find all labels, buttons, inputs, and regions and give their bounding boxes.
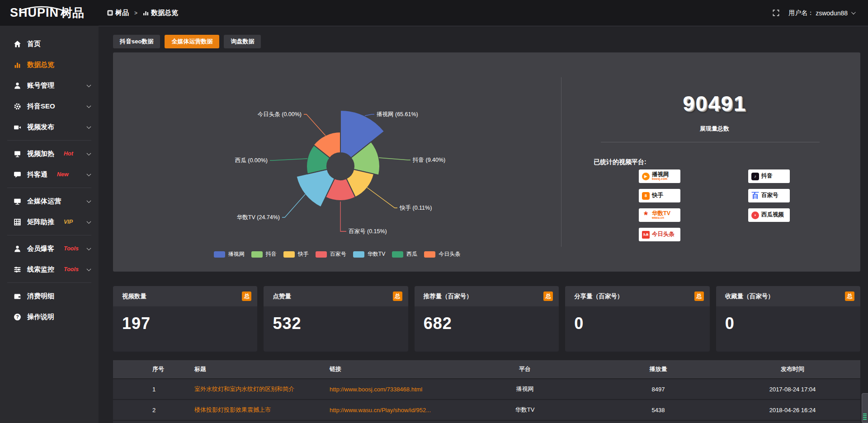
sidebar-divider — [7, 140, 91, 141]
sidebar-item-help[interactable]: ?操作说明 — [0, 306, 99, 327]
video-title-link[interactable]: 楼体投影灯投影效果震撼上市 — [194, 406, 323, 414]
pie-slice-华数TV[interactable] — [297, 169, 335, 207]
douyin-logo-icon: ♪ — [751, 173, 759, 180]
floating-widget[interactable] — [862, 393, 868, 423]
platform-name: 华数TVwasu.cn — [652, 211, 670, 220]
platform-badge-百家号[interactable]: 百百家号 — [748, 189, 790, 202]
legend-item-百家号[interactable]: 百家号 — [316, 250, 346, 258]
video-url-link[interactable]: http://www.boosj.com/7338468.html — [330, 386, 458, 393]
breadcrumb-item-current[interactable]: 数据总览 — [143, 9, 178, 17]
sidebar-item-wallet[interactable]: 消费明细 — [0, 286, 99, 306]
total-badge[interactable]: 总 — [393, 291, 402, 301]
stat-card-title: 收藏量（百家号） — [725, 292, 774, 301]
platform-name: 抖音 — [761, 173, 773, 179]
breadcrumb: 树品 > 数据总览 — [107, 9, 178, 17]
platform-sub: wasu.cn — [652, 216, 670, 220]
legend-swatch — [424, 251, 435, 258]
legend-item-快手[interactable]: 快手 — [283, 250, 309, 258]
sidebar-item-video[interactable]: 视频发布 — [0, 117, 99, 137]
header-checkbox-cell — [113, 360, 146, 379]
total-badge[interactable]: 总 — [242, 291, 251, 301]
app-logo: SHUPIN 树品 — [0, 5, 99, 21]
vertical-divider — [561, 77, 561, 247]
sidebar-item-grid[interactable]: 矩阵助推VIP — [0, 212, 99, 232]
legend-label: 今日头条 — [439, 250, 460, 258]
sidebar-item-member[interactable]: 会员爆客Tools — [0, 238, 99, 259]
legend-item-抖音[interactable]: 抖音 — [251, 250, 277, 258]
sidebar-divider — [7, 188, 91, 188]
stat-card-3: 分享量（百家号）总0 — [565, 286, 709, 352]
fullscreen-icon[interactable] — [773, 9, 779, 16]
platform-badge-西瓜视频[interactable]: ◗西瓜视频 — [748, 208, 790, 222]
platform-badge-今日头条[interactable]: 头条今日头条 — [639, 228, 680, 241]
tab-2[interactable]: 询盘数据 — [224, 35, 261, 48]
platform-badge-快手[interactable]: 8快手 — [639, 189, 680, 202]
stat-card-value: 682 — [415, 306, 559, 333]
platform-name: 西瓜视频 — [761, 212, 784, 218]
sidebar-item-sliders[interactable]: 线索监控Tools — [0, 259, 99, 280]
platform-badge-播视网[interactable]: ▶播视网boosj.com — [639, 169, 680, 183]
tab-1[interactable]: 全媒体运营数据 — [165, 35, 219, 48]
sidebar-item-label: 全媒体运营 — [27, 197, 61, 206]
platform-badge-华数TV[interactable]: *华数TVwasu.cn — [639, 208, 680, 222]
sidebar-item-heat[interactable]: 视频加热Hot — [0, 143, 99, 164]
legend-item-华数TV[interactable]: 华数TV — [353, 250, 385, 258]
sidebar-item-monitor[interactable]: 全媒体运营 — [0, 191, 99, 212]
gear-icon — [14, 103, 21, 110]
total-badge[interactable]: 总 — [543, 291, 553, 301]
legend-item-播视网[interactable]: 播视网 — [214, 250, 245, 258]
legend-item-西瓜[interactable]: 西瓜 — [392, 250, 417, 258]
rose-pie-chart[interactable]: 播视网 (65.61%)抖音 (9.40%)快手 (0.11%)百家号 (0.1… — [113, 52, 561, 272]
table-header: 序号标题链接平台播放量发布时间 — [113, 360, 860, 379]
sidebar-divider — [7, 235, 91, 235]
chevron-down-icon — [851, 10, 856, 14]
column-header-0: 序号 — [146, 360, 188, 379]
sidebar-item-chart[interactable]: 数据总览 — [0, 54, 99, 75]
sidebar-item-tag: Tools — [64, 266, 79, 273]
column-header-3: 平台 — [458, 360, 592, 379]
legend-label: 西瓜 — [406, 250, 417, 258]
tab-bar: 抖音seo数据全媒体运营数据询盘数据 — [113, 35, 860, 48]
table-row-clipped — [113, 421, 860, 423]
total-badge[interactable]: 总 — [845, 291, 854, 301]
sidebar-item-label: 视频发布 — [27, 123, 54, 132]
breadcrumb-separator: > — [134, 10, 137, 16]
home-icon — [14, 40, 21, 48]
sidebar-item-user[interactable]: 账号管理 — [0, 75, 99, 96]
sidebar: 首页数据总览账号管理抖音SEO视频发布视频加热Hot抖客通New全媒体运营矩阵助… — [0, 26, 99, 423]
stat-card-value: 0 — [716, 306, 860, 333]
chevron-down-icon — [87, 83, 91, 87]
stat-card-title: 推荐量（百家号） — [424, 292, 472, 301]
video-title-link[interactable]: 室外水纹灯和室内水纹灯的区别和简介 — [194, 385, 323, 393]
platform-badge-抖音[interactable]: ♪抖音 — [748, 169, 790, 183]
cell-plays: 8497 — [592, 379, 725, 400]
sidebar-item-tag: Hot — [64, 150, 73, 157]
label-line-华数TV — [282, 194, 305, 217]
chat-icon — [14, 171, 21, 179]
grid-icon — [14, 218, 21, 226]
total-badge[interactable]: 总 — [694, 291, 704, 301]
username-value: zswodun88 — [816, 9, 848, 17]
video-icon — [14, 123, 21, 131]
stat-card-value: 532 — [264, 306, 408, 333]
label-line-抖音 — [379, 158, 410, 160]
legend-swatch — [214, 251, 225, 258]
cell-platform: 播视网 — [458, 379, 592, 400]
pie-label-百家号: 百家号 (0.15%) — [349, 228, 387, 235]
boosj-logo-icon: ▶ — [642, 173, 650, 180]
breadcrumb-item-home[interactable]: 树品 — [107, 9, 129, 17]
pie-label-抖音: 抖音 (9.40%) — [412, 157, 445, 163]
sidebar-item-home[interactable]: 首页 — [0, 33, 99, 54]
page-icon — [107, 10, 113, 16]
sidebar-item-chat[interactable]: 抖客通New — [0, 164, 99, 185]
legend-swatch — [316, 251, 327, 258]
user-menu[interactable]: 用户名： zswodun88 — [788, 9, 854, 17]
label-line-百家号 — [340, 202, 346, 231]
sidebar-item-gear[interactable]: 抖音SEO — [0, 96, 99, 117]
video-url-link[interactable]: http://www.wasu.cn/Play/show/id/952... — [330, 407, 458, 414]
cell-published: 2018-04-26 16:24 — [725, 400, 860, 421]
sidebar-item-label: 矩阵助推 — [27, 218, 54, 226]
wasu-logo-icon: * — [642, 212, 650, 219]
legend-item-今日头条[interactable]: 今日头条 — [424, 250, 460, 258]
tab-0[interactable]: 抖音seo数据 — [113, 35, 160, 48]
